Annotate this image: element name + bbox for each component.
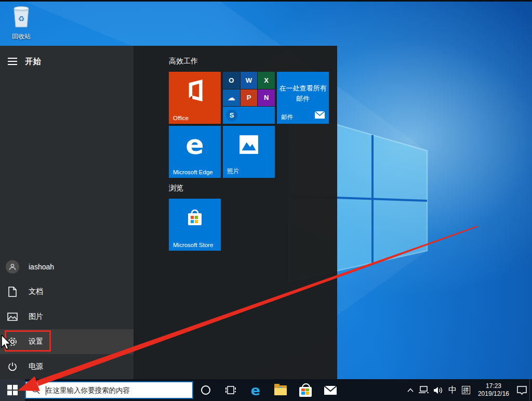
task-view-icon [225, 385, 236, 395]
windows-logo-icon [7, 385, 18, 395]
tile-office-suite[interactable]: O W X ☁ P N S [223, 72, 275, 124]
mail-tile-label: 邮件 [281, 113, 293, 121]
file-explorer-button[interactable] [268, 379, 293, 401]
tile-store[interactable]: Microsoft Store [169, 199, 221, 251]
skype-mini-strip: S [223, 107, 275, 124]
outlook-mini-icon: O [223, 72, 240, 89]
start-menu-nav: iashoah 文档 图片 [0, 254, 134, 379]
nav-label-pictures: 图片 [29, 312, 43, 321]
taskbar-app-icons: e [193, 379, 343, 401]
mail-tile-text-line2: 邮件 [277, 94, 329, 104]
system-tray: 中 拼 17:23 2019/12/16 [405, 379, 532, 401]
nav-item-settings[interactable]: 设置 [0, 329, 134, 354]
nav-item-power[interactable]: 电源 [0, 354, 134, 379]
mouse-cursor [1, 335, 12, 353]
hamburger-menu-button[interactable] [0, 51, 25, 72]
start-menu-tiles-panel: 高效工作 Office O W X ☁ P N S [134, 46, 337, 379]
action-center-button[interactable] [514, 379, 529, 401]
word-mini-icon: W [241, 72, 258, 89]
taskbar: e [0, 379, 532, 401]
action-center-icon [517, 386, 527, 395]
mail-taskbar-button[interactable] [318, 379, 343, 401]
recycle-bin-label: 回收站 [6, 32, 36, 41]
show-hidden-icons-button[interactable] [405, 379, 416, 401]
store-bag-icon [184, 207, 205, 228]
clock-date: 2019/12/16 [478, 390, 509, 398]
ime-language-button[interactable]: 中 [446, 379, 459, 401]
nav-label-documents: 文档 [29, 287, 43, 296]
photos-tile-label: 照片 [227, 167, 239, 175]
edge-logo-icon: e [185, 131, 204, 158]
taskbar-clock[interactable]: 17:23 2019/12/16 [473, 382, 514, 398]
recycle-bin-icon[interactable]: ♻ 回收站 [6, 5, 36, 41]
screen-top-edge [0, 0, 532, 2]
cortana-button[interactable] [193, 379, 218, 401]
nav-item-pictures[interactable]: 图片 [0, 304, 134, 329]
store-taskbar-button[interactable] [293, 379, 318, 401]
tile-office-label: Office [173, 115, 189, 121]
photos-icon [239, 135, 259, 154]
tile-group-title-productivity: 高效工作 [169, 57, 198, 66]
show-desktop-button[interactable] [529, 379, 532, 401]
start-menu: 开始 iashoah 文档 [0, 46, 337, 379]
onenote-mini-icon: N [258, 89, 275, 107]
hamburger-icon [8, 58, 17, 65]
cortana-icon [201, 385, 211, 395]
store-bag-icon-small [299, 387, 312, 397]
trash-can-icon: ♻ [10, 5, 33, 29]
folder-icon [274, 385, 287, 395]
volume-tray-button[interactable] [431, 379, 446, 401]
task-view-button[interactable] [218, 379, 243, 401]
search-icon [32, 386, 40, 394]
ime-mode-button[interactable]: 拼 [459, 379, 473, 401]
start-menu-title: 开始 [25, 57, 42, 67]
excel-mini-icon: X [258, 72, 275, 89]
network-tray-button[interactable] [416, 379, 431, 401]
start-button[interactable] [0, 379, 25, 401]
user-avatar-icon [6, 260, 19, 274]
mail-tile-text-line1: 在一处查看所有 [277, 83, 329, 94]
power-icon [8, 362, 17, 371]
ime-language-indicator: 中 [448, 385, 457, 396]
nav-item-user[interactable]: iashoah [0, 254, 134, 279]
nav-label-power: 电源 [29, 362, 43, 371]
start-menu-left-rail: 开始 iashoah 文档 [0, 46, 134, 379]
edge-tile-label: Microsoft Edge [173, 169, 213, 175]
ime-mode-indicator: 拼 [462, 386, 470, 394]
taskbar-search-box[interactable] [25, 381, 193, 399]
tile-office[interactable]: Office [169, 72, 221, 124]
speaker-icon [434, 386, 443, 394]
tile-group-title-browse: 浏览 [169, 184, 183, 193]
store-tile-label: Microsoft Store [173, 242, 213, 248]
office-logo-icon [184, 80, 205, 101]
search-input[interactable] [46, 386, 176, 394]
chevron-up-icon [407, 388, 414, 392]
edge-taskbar-button[interactable]: e [243, 379, 268, 401]
powerpoint-mini-icon: P [241, 89, 258, 107]
skype-mini-icon: S [226, 110, 237, 121]
nav-item-documents[interactable]: 文档 [0, 279, 134, 304]
nav-label-user: iashoah [29, 263, 54, 271]
nav-label-settings: 设置 [29, 337, 43, 346]
svg-text:♻: ♻ [18, 15, 25, 23]
clock-time: 17:23 [478, 382, 509, 390]
tile-mail[interactable]: 在一处查看所有 邮件 邮件 [277, 72, 329, 124]
text-caret [46, 386, 46, 395]
tile-photos[interactable]: 照片 [223, 126, 275, 178]
edge-icon: e [251, 383, 260, 397]
mail-envelope-icon [315, 111, 325, 121]
document-icon [8, 287, 17, 297]
network-icon [419, 386, 429, 394]
mail-envelope-icon-small [324, 386, 337, 395]
pictures-icon [7, 313, 18, 321]
tile-edge[interactable]: e Microsoft Edge [169, 126, 221, 178]
onedrive-mini-icon: ☁ [223, 89, 240, 107]
